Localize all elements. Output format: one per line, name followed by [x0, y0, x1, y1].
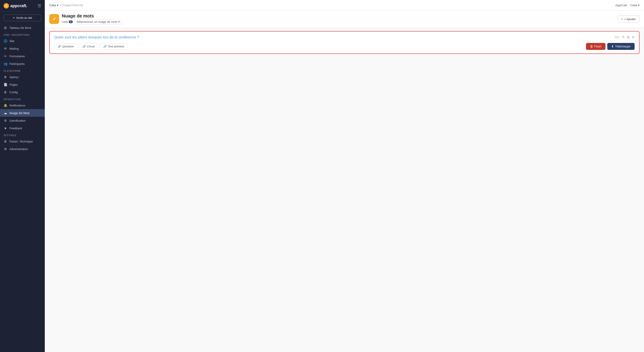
- sidebar-item-nuage-de-mots[interactable]: ☁ Nuage De Mots: [0, 109, 45, 117]
- copy-icon[interactable]: ⧉: [627, 35, 630, 39]
- sidebar-item-participants[interactable]: 👥 Participants: [0, 60, 45, 68]
- topbar-user-right[interactable]: Célia ▾: [630, 3, 640, 7]
- sidebar-item-label: Aperçu: [10, 75, 18, 79]
- sidebar-item-label: Nuage De Mots: [10, 111, 30, 115]
- code-icon[interactable]: </>: [614, 35, 620, 39]
- main-content: Célia ▾ # TuSgkvT3frHC46 AppCraft Célia …: [45, 0, 644, 352]
- logo: a appcraft.: [4, 3, 27, 8]
- card-tab-question[interactable]: 🔗 Question: [54, 43, 77, 50]
- hamburger-icon[interactable]: ☰: [38, 3, 41, 8]
- sidebar: a appcraft. ☰ ↗ Accès au site ⊞ Tableau …: [0, 0, 45, 352]
- mail-icon: ✉: [4, 47, 7, 50]
- section-label-settings: SETTINGS: [0, 132, 45, 138]
- sidebar-logo-area: a appcraft. ☰: [0, 0, 45, 12]
- sidebar-item-formulaires[interactable]: ✏ Formulaires: [0, 52, 45, 60]
- tab-dropdown-nuage[interactable]: Sélectionnez un nuage de mots ▾: [74, 19, 122, 25]
- card-tab-cloud-label: Cloud: [87, 45, 95, 48]
- sidebar-item-label: Feedback: [10, 127, 22, 130]
- sidebar-item-label: Pages: [10, 83, 18, 86]
- close-icon[interactable]: ✕: [632, 35, 634, 39]
- admin-icon: ⚙: [4, 147, 7, 151]
- page-title-block: Nuage de mots Liste 1 Sélectionnez un nu…: [62, 13, 122, 25]
- page-header-left: ✓ Nuage de mots Liste 1 Sélectionnez un …: [49, 13, 122, 25]
- edit-pencil-icon[interactable]: ✎: [622, 35, 625, 39]
- sidebar-item-label: Config: [10, 91, 18, 94]
- param-icon: 🖥: [4, 140, 7, 143]
- sidebar-item-site[interactable]: 🌐 Site: [0, 37, 45, 45]
- topbar-app-name: AppCraft: [615, 3, 627, 7]
- card-area: Quels sont les piliers évoqués lors de l…: [45, 27, 644, 57]
- link-icon-cloud: 🔗: [82, 45, 86, 48]
- sidebar-item-mailing[interactable]: ✉ Mailing: [0, 45, 45, 52]
- edit-icon: ✏: [4, 54, 7, 58]
- sidebar-item-label: Notifications: [10, 104, 25, 107]
- access-btn-wrap: ↗ Accès au site: [0, 12, 45, 24]
- link-icon-question: 🔗: [58, 45, 61, 48]
- plus-icon: +: [621, 17, 623, 21]
- logo-icon: a: [4, 3, 9, 8]
- telecharger-button[interactable]: ⬇ Télécharger: [607, 43, 634, 50]
- card-tab-test-preview[interactable]: 🔗 Test preview: [100, 43, 128, 50]
- add-button[interactable]: + + Ajouter: [617, 15, 640, 23]
- card-bottom: 🔗 Question 🔗 Cloud 🔗 Test preview: [54, 43, 634, 50]
- link-icon-test-preview: 🔗: [103, 45, 107, 48]
- logo-label: appcraft.: [10, 3, 27, 8]
- sidebar-item-apercu[interactable]: 🖥 Aperçu: [0, 73, 45, 81]
- trash-icon: 🗑: [590, 45, 593, 48]
- sidebar-item-tableau-de-bord[interactable]: ⊞ Tableau De Bord: [0, 24, 45, 31]
- card-actions: </> ✎ ⧉ ✕: [614, 35, 634, 39]
- card-tab-group: 🔗 Question 🔗 Cloud 🔗 Test preview: [54, 43, 128, 50]
- globe-icon: 🌐: [4, 39, 7, 43]
- sidebar-item-label: Site: [10, 39, 14, 43]
- tab-liste[interactable]: Liste 1: [62, 20, 73, 23]
- cloud-icon: ☁: [4, 111, 7, 115]
- config-icon: 🖥: [4, 90, 7, 94]
- page-tabs: Liste 1 Sélectionnez un nuage de mots ▾: [62, 19, 122, 25]
- external-link-icon: ↗: [12, 16, 15, 19]
- tab-dropdown-label: Sélectionnez un nuage de mots: [76, 20, 117, 23]
- sidebar-item-label: Mailing: [10, 47, 18, 50]
- content-area: ✓ Nuage de mots Liste 1 Sélectionnez un …: [45, 11, 644, 352]
- topbar-user[interactable]: Célia ▾: [49, 3, 58, 7]
- sidebar-item-label: Gamification: [10, 119, 26, 122]
- topbar-left: Célia ▾ # TuSgkvT3frHC46: [49, 3, 83, 7]
- monitor-icon: 🖥: [4, 75, 7, 79]
- sidebar-item-administration[interactable]: ⚙ Administration: [0, 145, 45, 153]
- pages-icon: 📄: [4, 83, 7, 86]
- sidebar-item-param-technique[interactable]: 🖥 Param. Technique: [0, 138, 45, 145]
- sidebar-item-gamification[interactable]: ⚙ Gamification: [0, 117, 45, 124]
- card-tab-cloud[interactable]: 🔗 Cloud: [79, 43, 98, 50]
- sidebar-item-config[interactable]: 🖥 Config: [0, 88, 45, 96]
- sidebar-item-label: Administration: [10, 147, 28, 151]
- sidebar-item-feedback[interactable]: ★ Feedback: [0, 124, 45, 132]
- access-site-button[interactable]: ↗ Accès au site: [4, 14, 41, 21]
- dropdown-caret-icon: ▾: [118, 20, 120, 23]
- section-label-interaction: INTERACTION: [0, 96, 45, 102]
- word-cloud-card: Quels sont les piliers évoqués lors de l…: [49, 31, 640, 54]
- page-header: ✓ Nuage de mots Liste 1 Sélectionnez un …: [45, 11, 644, 27]
- tab-liste-badge: 1: [69, 20, 73, 23]
- sidebar-item-notifications[interactable]: 🔔 Notifications: [0, 102, 45, 109]
- tab-liste-label: Liste: [62, 20, 68, 23]
- card-tab-question-label: Question: [62, 45, 74, 48]
- sidebar-item-pages[interactable]: 📄 Pages: [0, 81, 45, 88]
- topbar-right-caret: ▾: [638, 3, 640, 7]
- gamification-icon: ⚙: [4, 119, 7, 122]
- flush-btn-label: Flush: [594, 45, 602, 48]
- section-label-plateforme: PLATEFORME: [0, 68, 45, 73]
- users-icon: 👥: [4, 62, 7, 65]
- grid-icon: ⊞: [4, 26, 7, 29]
- section-label-crm: CRM / INSCRIPTIONS: [0, 31, 45, 37]
- sidebar-item-label: Tableau De Bord: [10, 26, 31, 29]
- card-question: Quels sont les piliers évoqués lors de l…: [54, 35, 139, 39]
- flush-button[interactable]: 🗑 Flush: [586, 43, 606, 50]
- card-tab-test-preview-label: Test preview: [108, 45, 124, 48]
- sidebar-item-label: Formulaires: [10, 55, 25, 58]
- topbar-username: Célia: [49, 3, 56, 7]
- topbar-hash: # TuSgkvT3frHC46: [60, 4, 83, 7]
- page-icon: ✓: [49, 14, 59, 24]
- card-btn-group: 🗑 Flush ⬇ Télécharger: [586, 43, 634, 50]
- sidebar-item-label: Participants: [10, 62, 25, 65]
- bell-icon: 🔔: [4, 104, 7, 107]
- topbar-user-caret: ▾: [57, 3, 58, 7]
